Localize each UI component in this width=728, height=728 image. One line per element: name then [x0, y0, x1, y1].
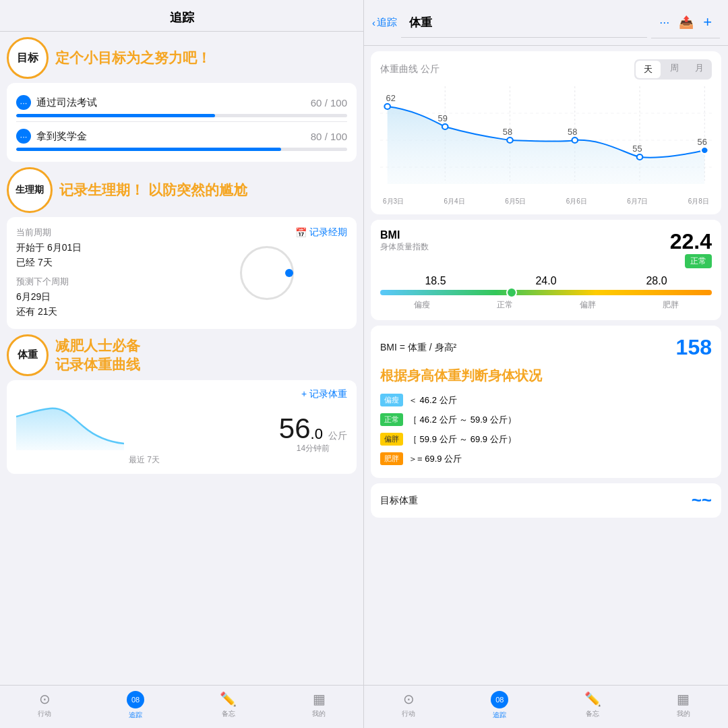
target-label: 目标体重 — [380, 495, 418, 507]
target-section: 目标体重 ~~ — [371, 483, 721, 518]
goal-annotation-text: 定个小目标为之努力吧！ — [55, 49, 211, 67]
mine-icon-right: ▦ — [677, 691, 690, 707]
weight-chart-label: 最近 7天 — [16, 454, 272, 466]
nav-track-right[interactable]: 08 追踪 — [491, 691, 508, 720]
weight-value: 56 — [279, 415, 311, 443]
bmi-scale-labels: 18.5 24.0 28.0 — [380, 275, 712, 287]
range-chubby-text: ［ 59.9 公斤 ～ 69.9 公斤） — [408, 433, 516, 446]
left-bottom-nav: ⊙ 行动 08 追踪 ✏️ 备忘 ▦ 我的 — [0, 685, 363, 728]
x-label-4: 6月6日 — [566, 197, 587, 206]
record-weight-btn[interactable]: + 记录体重 — [301, 388, 347, 400]
x-label-2: 6月4日 — [444, 197, 465, 206]
chart-title: 体重曲线 公斤 — [380, 63, 439, 75]
weight-circle-text: 体重 — [18, 348, 38, 361]
nav-mine-label-left: 我的 — [312, 709, 326, 719]
weight-mini-chart — [16, 403, 124, 450]
period-circle-badge: 生理期 — [7, 167, 53, 213]
add-icon[interactable]: + — [703, 13, 712, 31]
bmi-title: BMI — [380, 229, 429, 241]
badge-chubby: 偏胖 — [380, 433, 403, 446]
tab-week[interactable]: 周 — [662, 59, 687, 80]
range-thin: 偏瘦 ＜ 46.2 公斤 — [380, 390, 712, 410]
action-icon-right: ⊙ — [403, 691, 415, 707]
left-header: 追踪 — [0, 0, 363, 32]
bmi-bar — [380, 290, 712, 295]
action-icon-left: ⊙ — [39, 691, 51, 707]
progress-bar-fill-2 — [16, 148, 281, 151]
period-circle-text: 生理期 — [16, 184, 44, 196]
weight-decimal: .0 公斤 — [311, 425, 347, 443]
goal-item-2[interactable]: ··· 拿到奖学金 80 / 100 — [16, 122, 347, 155]
weight-chart-section: 体重曲线 公斤 天 周 月 — [371, 51, 721, 214]
goal-item-1[interactable]: ··· 通过司法考试 60 / 100 — [16, 88, 347, 122]
goal-dots-icon-1[interactable]: ··· — [16, 95, 31, 110]
period-start: 开始于 6月01日 — [16, 242, 82, 253]
progress-bar-bg-2 — [16, 148, 347, 151]
target-value: ~~ — [692, 490, 712, 511]
goal-dots-icon-2[interactable]: ··· — [16, 129, 31, 144]
time-tabs: 天 周 月 — [634, 59, 712, 80]
svg-point-10 — [507, 138, 513, 143]
bmi-cat-2: 偏胖 — [580, 299, 596, 311]
range-chubby: 偏胖 ［ 59.9 公斤 ～ 69.9 公斤） — [380, 429, 712, 449]
nav-notes-right[interactable]: ✏️ 备忘 — [584, 691, 601, 720]
period-remaining: 还有 21天 — [16, 306, 57, 317]
goal-card: ··· 通过司法考试 60 / 100 ··· 拿到奖学金 80 / 100 — [7, 83, 357, 162]
range-obese-text: ＞= 69.9 公斤 — [408, 453, 462, 465]
x-label-6: 6月8日 — [688, 197, 709, 206]
goal-score-2: 80 / 100 — [311, 131, 347, 142]
x-label-3: 6月5日 — [505, 197, 526, 206]
nav-action-right[interactable]: ⊙ 行动 — [402, 691, 415, 720]
weight-circle-badge: 体重 — [7, 334, 49, 376]
bmi-scale-2: 24.0 — [535, 275, 556, 287]
formula-section: BMI = 体重 / 身高² 158 根据身高体重判断身体状况 偏瘦 ＜ 46.… — [371, 326, 721, 478]
bmi-cat-1: 正常 — [497, 299, 513, 311]
tab-month[interactable]: 月 — [687, 59, 712, 80]
left-header-title: 追踪 — [170, 11, 194, 24]
goal-circle-text: 目标 — [17, 51, 38, 65]
right-header: ‹ 追踪 体重 ··· 📤 + — [364, 0, 728, 46]
nav-mine-right[interactable]: ▦ 我的 — [677, 691, 690, 720]
badge-normal: 正常 — [380, 413, 403, 426]
weight-line-chart: 62 59 58 58 55 56 — [380, 86, 712, 194]
weight-mini-card: + 记录体重 最近 7天 — [7, 380, 357, 474]
bmi-value: 22.4 — [670, 229, 712, 254]
right-panel: ‹ 追踪 体重 ··· 📤 + 体重曲线 公斤 天 周 月 — [364, 0, 728, 728]
mine-icon-left: ▦ — [313, 691, 326, 707]
notes-icon-right: ✏️ — [584, 691, 601, 707]
record-period-btn[interactable]: 📅 记录经期 — [295, 226, 347, 239]
right-header-icons: ··· 📤 + — [651, 7, 720, 38]
bmi-section: BMI 身体质量指数 22.4 正常 18.5 24.0 28.0 偏瘦 正常 … — [371, 220, 721, 320]
nav-mine-left[interactable]: ▦ 我的 — [312, 691, 326, 720]
right-bottom-nav: ⊙ 行动 08 追踪 ✏️ 备忘 ▦ 我的 — [364, 685, 728, 728]
period-annotation-text: 记录生理期！ 以防突然的尴尬 — [59, 181, 247, 199]
svg-text:62: 62 — [386, 94, 396, 103]
notes-icon-left: ✏️ — [220, 691, 237, 707]
share-icon[interactable]: 📤 — [679, 15, 694, 30]
x-label-1: 6月3日 — [383, 197, 404, 206]
badge-thin: 偏瘦 — [380, 394, 403, 406]
tab-day[interactable]: 天 — [636, 61, 661, 78]
range-normal: 正常 ［ 46.2 公斤 ～ 59.9 公斤） — [380, 410, 712, 429]
svg-point-12 — [637, 154, 643, 160]
nav-track-left[interactable]: 08 追踪 — [127, 691, 144, 720]
period-predict-date: 6月29日 — [16, 291, 51, 302]
bmi-status-badge: 正常 — [685, 254, 712, 268]
svg-point-13 — [701, 147, 708, 154]
period-current-label: 当前周期 — [16, 226, 177, 239]
svg-point-8 — [384, 104, 390, 109]
weight-annotation-text1: 减肥人士必备 — [55, 336, 140, 355]
bmi-scale-1: 18.5 — [425, 275, 446, 287]
nav-notes-label-right: 备忘 — [586, 709, 599, 719]
nav-notes-left[interactable]: ✏️ 备忘 — [220, 691, 237, 720]
badge-obese: 肥胖 — [380, 452, 403, 465]
nav-action-label-left: 行动 — [38, 709, 51, 719]
goal-text-1: 通过司法考试 — [36, 96, 97, 109]
weight-annotation-text2: 记录体重曲线 — [55, 355, 140, 373]
back-button[interactable]: ‹ 追踪 — [372, 16, 397, 29]
nav-action-left[interactable]: ⊙ 行动 — [38, 691, 51, 720]
more-icon[interactable]: ··· — [659, 16, 669, 30]
svg-text:55: 55 — [632, 144, 642, 154]
bmi-cat-0: 偏瘦 — [414, 299, 430, 311]
back-label: 追踪 — [377, 16, 397, 29]
